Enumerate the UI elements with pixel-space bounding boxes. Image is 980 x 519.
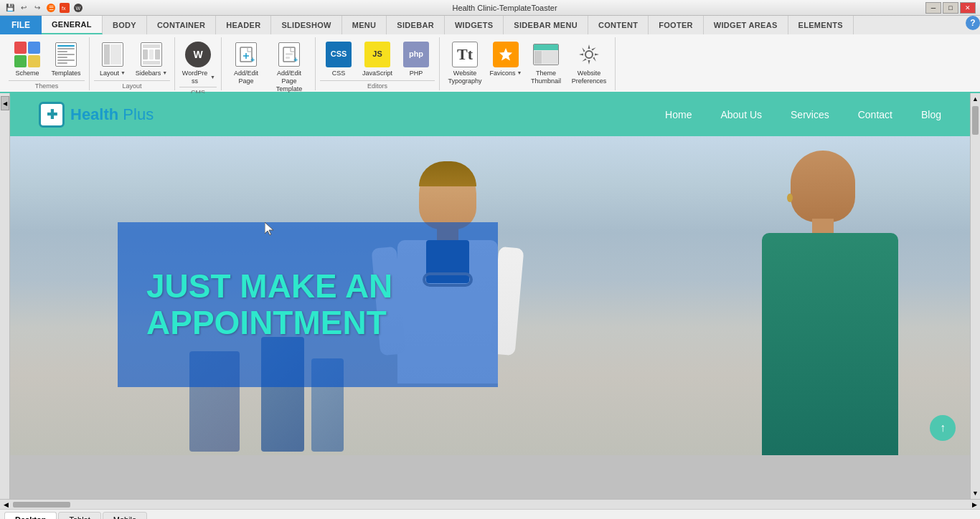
wordpress-dropdown-arrow: ▼ [210, 75, 215, 80]
tab-sidebar[interactable]: SIDEBAR [387, 16, 445, 34]
view-desktop-tab[interactable]: Desktop [4, 512, 57, 520]
typography-icon: Tt [452, 42, 478, 67]
logo-name-second: Plus [118, 105, 154, 123]
minimize-button[interactable]: ─ [925, 2, 941, 14]
favicons-label: Favicons [490, 70, 516, 77]
nav-item-blog[interactable]: Blog [921, 109, 941, 120]
hero-section: JUST MAKE AN APPOINTMENT ↑ [10, 136, 970, 455]
site-logo: ✚ Health Plus [39, 102, 154, 128]
tab-file[interactable]: FILE [0, 16, 42, 34]
templates-label: Templates [51, 70, 80, 77]
layout-group-label: Layout [94, 80, 170, 91]
wordpress-button[interactable]: W WordPress ▼ [179, 39, 217, 87]
wordpress-icon: W [185, 42, 211, 67]
site-header: ✚ Health Plus Home About Us Services Con… [10, 93, 970, 136]
pages-group-items: Add/EditPage Add/Edit Page [226, 37, 311, 94]
window-title: Health Clinic-TemplateToaster [452, 4, 557, 12]
collapse-panel-button[interactable]: ◀ [1, 96, 9, 110]
website-preferences-button[interactable]: WebsitePreferences [567, 39, 611, 87]
patient-figure [705, 136, 956, 455]
hscroll-thumb[interactable] [13, 502, 70, 508]
logo-icon: ✚ [39, 102, 65, 128]
thumbnail-icon [533, 42, 559, 67]
add-edit-template-button[interactable]: Add/Edit PageTemplate [268, 39, 311, 94]
tab-container[interactable]: CONTAINER [147, 16, 216, 34]
add-edit-template-label: Add/Edit PageTemplate [269, 70, 309, 92]
tab-widgets[interactable]: WIDGETS [445, 16, 504, 34]
preferences-icon [576, 42, 602, 67]
scheme-button[interactable]: Scheme [9, 39, 46, 80]
php-label: PHP [410, 70, 423, 77]
layout-label: Layout [100, 70, 119, 77]
tab-sidebarmenu[interactable]: SIDEBAR MENU [504, 16, 588, 34]
layout-dropdown-arrow: ▼ [121, 70, 126, 76]
wordpress-label: WordPress [181, 70, 209, 85]
tab-footer[interactable]: FOOTER [649, 16, 704, 34]
nav-item-contact[interactable]: Contact [858, 109, 892, 120]
svg-text:W: W [76, 6, 81, 11]
logo-name-first: Health [70, 105, 118, 123]
scroll-down-button[interactable]: ▼ [971, 487, 980, 499]
undo-icon[interactable]: ↩ [18, 2, 29, 14]
hero-heading-1: JUST MAKE AN [146, 267, 392, 305]
javascript-button[interactable]: JS JavaScript [359, 39, 396, 80]
horizontal-scrollbar[interactable]: ◀ ▶ [0, 499, 980, 509]
toolbar-group-cms: W WordPress ▼ CMS [175, 37, 222, 90]
nav-item-home[interactable]: Home [665, 109, 692, 120]
php-button[interactable]: php PHP [397, 39, 435, 80]
favicons-icon [493, 42, 519, 67]
layout-group-items: Layout ▼ [94, 37, 170, 80]
scroll-left-button[interactable]: ◀ [0, 500, 11, 509]
preferences-label: WebsitePreferences [572, 70, 607, 85]
cms-group-items: W WordPress ▼ [179, 37, 217, 87]
tab-widgetareas[interactable]: WIDGET AREAS [704, 16, 788, 34]
favicons-button[interactable]: Favicons ▼ [487, 39, 524, 80]
nav-item-about[interactable]: About Us [720, 109, 762, 120]
canvas-sidebar-left: ◀ [0, 93, 10, 499]
css-button[interactable]: CSS CSS [320, 39, 357, 80]
tab-slideshow[interactable]: SLIDESHOW [271, 16, 341, 34]
scroll-up-button[interactable]: ▲ [971, 93, 980, 105]
title-bar-left: 💾 ↩ ↪ ☰ fx W [4, 2, 84, 14]
css-icon: CSS [326, 42, 352, 67]
tab-elements[interactable]: ELEMENTS [788, 16, 854, 34]
sidebars-icon [138, 42, 164, 67]
tab-header[interactable]: HEADER [216, 16, 271, 34]
advanced-group-items: Tt WebsiteTypography Favicons ▼ [444, 37, 611, 87]
save-icon[interactable]: 💾 [4, 2, 16, 14]
scroll-top-button[interactable]: ↑ [930, 415, 956, 441]
toolbar-group-editors: CSS CSS JS JavaScript php PHP Edi [316, 37, 440, 90]
tab-general[interactable]: GENERAL [42, 16, 103, 34]
scroll-right-button[interactable]: ▶ [969, 500, 980, 509]
thumbnail-label: ThemeThumbnail [531, 70, 561, 85]
website-preview: ✚ Health Plus Home About Us Services Con… [10, 93, 970, 455]
templates-button[interactable]: Templates [47, 39, 85, 80]
hero-overlay: JUST MAKE AN APPOINTMENT [118, 222, 498, 387]
website-typography-button[interactable]: Tt WebsiteTypography [444, 39, 486, 87]
vertical-scrollbar[interactable]: ▲ ▼ [970, 93, 980, 499]
add-edit-page-button[interactable]: Add/EditPage [226, 39, 266, 87]
javascript-icon: JS [364, 42, 390, 67]
maximize-button[interactable]: □ [943, 2, 958, 14]
tab-content[interactable]: CONTENT [588, 16, 649, 34]
toolbar-group-advanced: Tt WebsiteTypography Favicons ▼ [440, 37, 616, 90]
scrollbar-thumb[interactable] [972, 106, 979, 135]
theme-thumbnail-button[interactable]: ThemeThumbnail [526, 39, 566, 87]
hero-heading: JUST MAKE AN APPOINTMENT [146, 268, 469, 341]
favicons-dropdown-arrow: ▼ [517, 70, 522, 76]
view-tablet-tab[interactable]: Tablet [58, 512, 100, 520]
nav-item-services[interactable]: Services [791, 109, 829, 120]
wp-small-icon: W [72, 2, 84, 14]
sidebars-button[interactable]: Sidebars ▼ [133, 39, 170, 80]
redo-icon[interactable]: ↪ [32, 2, 43, 14]
scheme-icon [14, 42, 40, 67]
layout-button[interactable]: Layout ▼ [94, 39, 131, 80]
view-mobile-tab[interactable]: Mobile [103, 512, 147, 520]
help-button[interactable]: ? [966, 16, 980, 30]
tab-menu[interactable]: MENU [342, 16, 387, 34]
canvas-main: ✚ Health Plus Home About Us Services Con… [10, 93, 970, 499]
close-button[interactable]: ✕ [960, 2, 976, 14]
scheme-label: Scheme [15, 70, 39, 77]
svg-point-13 [585, 51, 593, 58]
tab-body[interactable]: BODY [103, 16, 147, 34]
